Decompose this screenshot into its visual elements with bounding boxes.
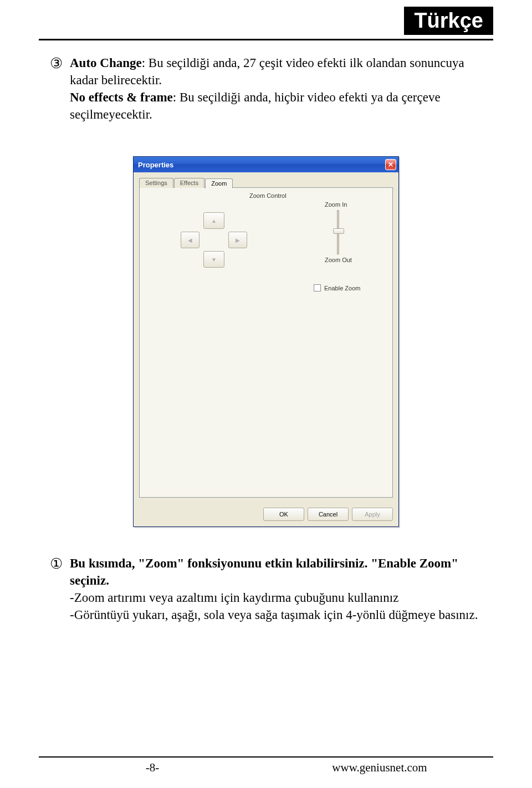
content-lower: ① Bu kısımda, "Zoom" fonksiyonunu etkin … <box>0 555 532 623</box>
zoom-control-group: Zoom Control ▲ ▼ ◀ ▶ Zoom In Zoom Out <box>147 196 385 295</box>
item-1-line2: -Zoom artırımı veya azaltımı için kaydır… <box>70 591 398 605</box>
zoom-slider-thumb[interactable] <box>333 228 344 234</box>
no-effects-term: No effects & frame <box>70 90 173 104</box>
item-1-text: Bu kısımda, "Zoom" fonksiyonunu etkin kı… <box>70 555 482 623</box>
dialog-title: Properties <box>138 161 173 169</box>
zoom-in-label: Zoom In <box>325 201 375 208</box>
footer-url: www.geniusnet.com <box>266 761 493 775</box>
chevron-right-icon: ▶ <box>236 237 240 243</box>
list-item: ① Bu kısımda, "Zoom" fonksiyonunu etkin … <box>50 555 482 623</box>
tab-effects[interactable]: Effects <box>174 178 204 188</box>
dialog-titlebar[interactable]: Properties ✕ <box>134 157 398 172</box>
list-item: ③ Auto Change: Bu seçildiği anda, 27 çeş… <box>50 54 482 123</box>
zoom-out-label: Zoom Out <box>325 257 375 263</box>
zoom-panel: Zoom Control ▲ ▼ ◀ ▶ Zoom In Zoom Out <box>139 187 393 498</box>
content-upper: ③ Auto Change: Bu seçildiği anda, 27 çeş… <box>0 43 532 123</box>
enable-zoom-checkbox[interactable] <box>314 284 321 291</box>
dialog-container: Properties ✕ Settings Effects Zoom Zoom … <box>0 156 532 527</box>
close-icon: ✕ <box>388 161 393 168</box>
dialog-button-row: OK Cancel Apply <box>134 502 398 526</box>
direction-pad: ▲ ▼ ◀ ▶ <box>181 212 247 279</box>
pan-left-button[interactable]: ◀ <box>181 232 200 248</box>
auto-change-term: Auto Change <box>70 56 142 70</box>
cancel-button[interactable]: Cancel <box>308 508 349 521</box>
zoom-slider: Zoom In Zoom Out <box>325 201 375 265</box>
header-divider <box>39 39 493 40</box>
item-3-text: Auto Change: Bu seçildiği anda, 27 çeşit… <box>70 54 482 123</box>
item-1-bold: Bu kısımda, "Zoom" fonksiyonunu etkin kı… <box>70 556 458 587</box>
pan-down-button[interactable]: ▼ <box>203 251 224 268</box>
page-number: -8- <box>39 761 266 775</box>
enable-zoom-label: Enable Zoom <box>324 285 360 291</box>
chevron-down-icon: ▼ <box>211 257 217 263</box>
item-1-line3: -Görüntüyü yukarı, aşağı, sola veya sağa… <box>70 608 478 622</box>
zoom-slider-track[interactable] <box>337 210 339 254</box>
page-footer: -8- www.geniusnet.com <box>39 756 493 775</box>
chevron-left-icon: ◀ <box>188 237 192 243</box>
zoom-control-label: Zoom Control <box>247 192 289 199</box>
enable-zoom-row: Enable Zoom <box>314 284 360 291</box>
pan-right-button[interactable]: ▶ <box>228 232 247 248</box>
page-header: Türkçe <box>0 0 532 43</box>
footer-divider <box>39 756 493 758</box>
list-marker-3: ③ <box>50 54 70 73</box>
apply-button[interactable]: Apply <box>352 508 393 521</box>
close-button[interactable]: ✕ <box>385 159 396 170</box>
dialog-body: Settings Effects Zoom Zoom Control ▲ ▼ ◀… <box>134 172 398 502</box>
tab-zoom[interactable]: Zoom <box>205 178 233 188</box>
chevron-up-icon: ▲ <box>211 218 217 224</box>
tab-strip: Settings Effects Zoom <box>139 178 393 188</box>
language-badge: Türkçe <box>404 7 493 35</box>
pan-up-button[interactable]: ▲ <box>203 212 224 229</box>
properties-dialog: Properties ✕ Settings Effects Zoom Zoom … <box>133 156 399 527</box>
tab-settings[interactable]: Settings <box>139 178 173 188</box>
list-marker-1: ① <box>50 555 70 574</box>
ok-button[interactable]: OK <box>263 508 304 521</box>
